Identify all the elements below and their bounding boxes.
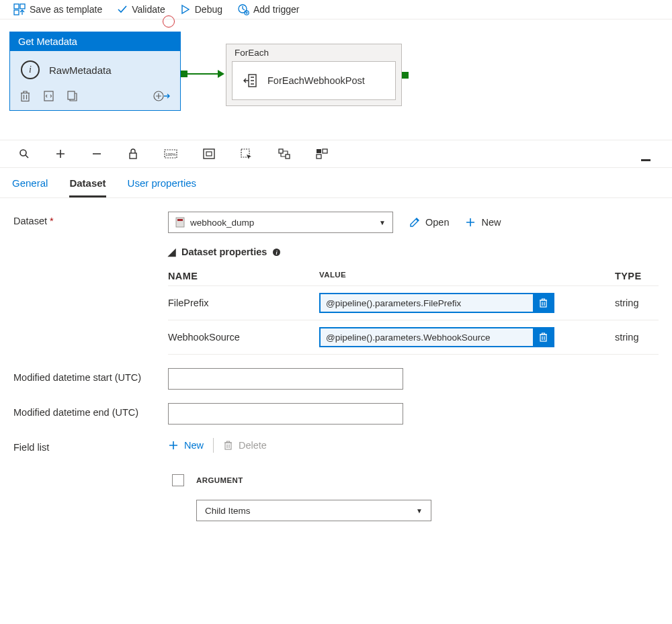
open-label: Open: [425, 217, 449, 228]
delete-icon[interactable]: [19, 90, 31, 102]
save-template-button[interactable]: Save as template: [13, 3, 102, 15]
dataset-props-title: Dataset properties: [181, 247, 267, 257]
add-trigger-button[interactable]: Add trigger: [237, 3, 299, 15]
align-icon[interactable]: [278, 148, 290, 159]
tab-user-properties[interactable]: User properties: [128, 177, 197, 197]
dataset-value: webhook_dump: [190, 218, 254, 228]
prop-name: FilePrefix: [168, 298, 319, 308]
prop-type: string: [615, 332, 659, 343]
new-dataset-button[interactable]: New: [465, 217, 501, 228]
select-icon[interactable]: [241, 148, 253, 159]
svg-point-10: [20, 150, 26, 156]
zoom-in-icon[interactable]: [55, 148, 66, 159]
dataset-props-header[interactable]: ◢ Dataset properties i: [168, 247, 659, 257]
svg-rect-5: [22, 93, 29, 101]
table-row: FilePrefix @pipeline().parameters.FilePr…: [168, 286, 659, 320]
node-get-metadata[interactable]: Get Metadata i RawMetadata: [9, 32, 181, 111]
lock-icon[interactable]: [128, 148, 138, 159]
chevron-down-icon: ▼: [416, 507, 423, 515]
separator: [213, 438, 214, 453]
svg-rect-14: [204, 149, 214, 159]
argument-checkbox[interactable]: [172, 474, 184, 486]
copy-icon[interactable]: [67, 90, 78, 102]
layout-icon[interactable]: [316, 148, 328, 159]
node-title: Get Metadata: [10, 32, 180, 51]
trigger-icon: [237, 3, 249, 15]
tab-general[interactable]: General: [12, 177, 48, 197]
dataset-file-icon: [175, 217, 185, 228]
node-name: RawMetadata: [49, 64, 112, 76]
table-row: WebhookSource @pipeline().parameters.Web…: [168, 320, 659, 355]
field-list-new-button[interactable]: New: [168, 440, 204, 451]
add-output-icon[interactable]: [153, 89, 171, 103]
delete-value-button[interactable]: [533, 327, 553, 347]
svg-rect-28: [225, 443, 231, 449]
argument-select[interactable]: Child Items ▼: [196, 500, 431, 521]
svg-rect-17: [279, 149, 283, 153]
collapse-handle[interactable]: [641, 159, 650, 161]
tab-dataset[interactable]: Dataset: [69, 177, 106, 197]
debug-label: Debug: [195, 4, 222, 15]
svg-rect-11: [130, 153, 136, 159]
svg-rect-7: [68, 91, 75, 99]
zoom-out-icon[interactable]: [91, 148, 102, 159]
prop-value: @pipeline().parameters.FilePrefix: [321, 298, 533, 308]
dataset-select[interactable]: webhook_dump ▼: [168, 212, 393, 233]
save-template-icon: [13, 3, 26, 15]
svg-rect-21: [317, 154, 321, 159]
svg-rect-15: [206, 152, 212, 156]
argument-header: ARGUMENT: [196, 476, 243, 484]
validate-button[interactable]: Validate: [117, 4, 165, 15]
check-icon: [117, 4, 128, 15]
save-template-label: Save as template: [30, 4, 102, 15]
prop-name: WebhookSource: [168, 332, 319, 343]
trash-icon: [538, 332, 548, 343]
breakpoint-circle[interactable]: [163, 15, 175, 28]
chevron-down-icon: ▼: [379, 219, 386, 226]
prop-value-input[interactable]: @pipeline().parameters.FilePrefix: [319, 293, 554, 313]
modified-end-label: Modified datetime end (UTC): [13, 403, 168, 418]
open-button[interactable]: Open: [409, 217, 449, 228]
field-list-label: Field list: [13, 438, 168, 453]
output-port[interactable]: [402, 72, 409, 79]
svg-rect-1: [20, 4, 25, 9]
delete-value-button[interactable]: [533, 293, 553, 313]
field-list-delete-button: Delete: [223, 440, 267, 451]
svg-rect-26: [540, 300, 546, 307]
node-foreach[interactable]: ForEach ForEachWebhookPost: [226, 44, 402, 106]
modified-start-input[interactable]: [168, 368, 403, 390]
col-name-header: NAME: [168, 271, 319, 281]
debug-button[interactable]: Debug: [180, 4, 222, 15]
svg-rect-18: [286, 154, 290, 159]
argument-value: Child Items: [205, 506, 251, 516]
trash-icon: [223, 440, 233, 451]
validate-label: Validate: [132, 4, 165, 15]
info-icon: i: [21, 60, 40, 79]
svg-rect-2: [14, 10, 19, 15]
new-label: New: [481, 217, 501, 228]
list-item: Child Items ▼: [196, 500, 659, 521]
search-icon[interactable]: [19, 148, 30, 159]
field-list-delete-label: Delete: [239, 440, 267, 451]
pipeline-canvas[interactable]: Get Metadata i RawMetadata ForEach ForEa…: [0, 19, 672, 140]
code-icon[interactable]: [43, 90, 54, 102]
svg-rect-23: [177, 219, 183, 221]
pencil-icon: [409, 217, 420, 228]
node-title: ForEach: [226, 44, 401, 61]
foreach-icon: [242, 73, 258, 89]
zoom-reset-icon[interactable]: 100%: [164, 148, 177, 159]
svg-rect-19: [317, 149, 321, 153]
fit-icon[interactable]: [203, 148, 215, 159]
plus-icon: [465, 217, 476, 228]
required-asterisk: *: [50, 216, 54, 226]
node-name: ForEachWebhookPost: [267, 75, 365, 86]
col-value-header: VALUE: [319, 271, 615, 281]
col-type-header: TYPE: [615, 271, 659, 281]
svg-rect-20: [323, 149, 327, 153]
modified-end-input[interactable]: [168, 403, 403, 425]
trash-icon: [538, 298, 548, 308]
collapse-triangle-icon: ◢: [168, 247, 176, 257]
prop-value: @pipeline().parameters.WebhookSource: [321, 332, 533, 343]
svg-rect-0: [14, 4, 19, 9]
prop-value-input[interactable]: @pipeline().parameters.WebhookSource: [319, 327, 554, 347]
